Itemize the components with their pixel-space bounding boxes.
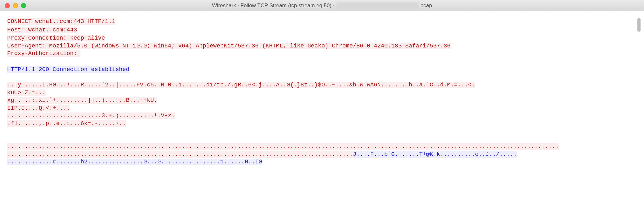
client-line: User-Agent: Mozilla/5.0 (Windows NT 10.0… [7,43,451,49]
stream-text: CONNECT wchat..com:443 HTTP/1.1 Host: wc… [2,12,642,169]
client-binary-line: .f1......,.p..e..t...6k=.-.....+.. [7,120,126,127]
client-binary-line: ..|y......I.H0...!...R.....`2..|.....FV.… [7,82,475,88]
client-binary-line: ........................................… [7,143,559,150]
window-controls [5,3,26,8]
client-binary-line: xg.....;.xi.`+.........]].,)...[..B...~+… [7,97,157,104]
client-binary-line: IIP.e....Q.<.+.... [7,105,70,112]
client-line: Host: wchat..com:443 [7,27,77,33]
title-file-ext: .pcap [419,3,432,8]
title-app: Wireshark [212,3,236,8]
client-line: Proxy-Connection: keep-alive [7,35,105,41]
titlebar: Wireshark · Follow TCP Stream (tcp.strea… [0,0,644,11]
close-button[interactable] [5,3,10,8]
maximize-button[interactable] [21,3,26,8]
scrollbar-thumb[interactable] [637,18,641,32]
window-title: Wireshark · Follow TCP Stream (tcp.strea… [0,3,644,9]
server-line: HTTP/1.1 200 Connection established [7,66,130,73]
server-binary-line: .............#.......h2................0… [7,159,262,165]
title-filename-redacted [336,3,418,8]
client-binary-line: ...........................3.+.)........… [7,112,175,119]
client-line: CONNECT wchat..com:443 HTTP/1.1 [7,18,115,25]
title-follow: Follow TCP Stream (tcp.stream eq 50) [241,3,331,8]
content-area: CONNECT wchat..com:443 HTTP/1.1 Host: wc… [0,11,644,208]
app-window: Wireshark · Follow TCP Stream (tcp.strea… [0,0,644,208]
minimize-button[interactable] [13,3,18,8]
client-line: Proxy-Authorization: [7,50,80,57]
stream-view[interactable]: CONNECT wchat..com:443 HTTP/1.1 Host: wc… [2,12,642,206]
client-binary-line: KuU>.Z.t... [7,90,46,96]
mixed-binary-line: ........................................… [7,151,517,158]
